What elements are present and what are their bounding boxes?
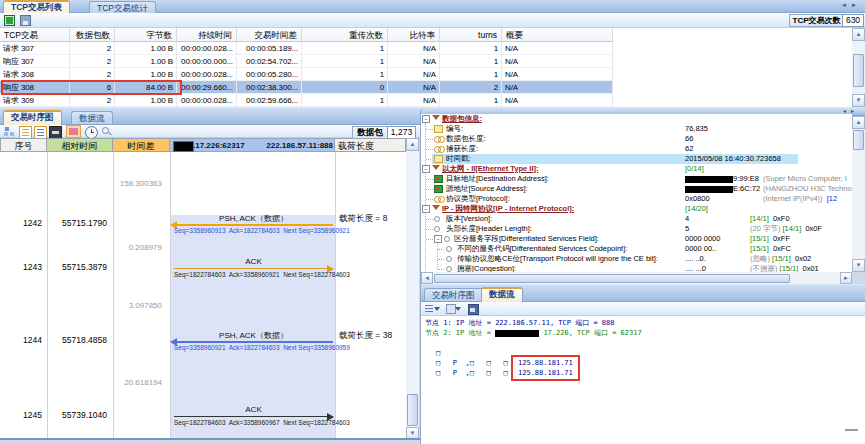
save-icon[interactable] — [20, 15, 31, 26]
scroll-up-icon[interactable]: ▲ — [852, 28, 865, 41]
tree-row[interactable]: 源地址[Source Address]: E:6C:72 (HANGZHOU H… — [421, 184, 852, 194]
tab-transaction-sequence[interactable]: 交易时序图 — [3, 110, 62, 125]
col-header-transaction-time-diff[interactable]: 交易时间差 — [237, 28, 302, 42]
col-header-turns[interactable]: turns — [440, 28, 502, 42]
flow-save-icon[interactable] — [467, 303, 480, 316]
scroll-left-icon[interactable]: ◄ — [421, 272, 433, 284]
flow-options-icon[interactable] — [424, 303, 441, 316]
tree-row[interactable]: 版本[Version]: 4 [14/1] 0xF0 — [421, 214, 852, 224]
flow-format-icon[interactable] — [445, 303, 462, 316]
scroll-down-icon[interactable]: ▼ — [852, 259, 865, 272]
left-endpoint-label: .17.226:62317 — [193, 141, 245, 150]
scroll-down-icon[interactable]: ▼ — [852, 94, 865, 107]
cell: 00:00:00.000... — [177, 55, 237, 68]
tree-row-highlighted[interactable]: 时间戳: 2015/05/08 16:40:30.723658 — [421, 154, 852, 164]
tree-row[interactable]: 目标地址[Destination Address]: 9:99:E8 (Supe… — [421, 174, 852, 184]
col-header-bytes[interactable]: 字节数 — [115, 28, 177, 42]
tree-value: 62 — [685, 144, 693, 154]
scroll-up-icon[interactable]: ▲ — [852, 116, 865, 129]
tree-row[interactable]: - IP - 因特网协议[IP - Internet Protocol]: [1… — [421, 204, 852, 214]
packet-rel-time: 55739.1040 — [47, 410, 107, 420]
tree-value: [14/20] — [685, 204, 708, 214]
tree-value: [0/14] — [685, 164, 704, 174]
tree-label: 拥塞[Congestion]: — [457, 264, 516, 272]
col-header-summary[interactable]: 概要 — [502, 28, 613, 42]
tab-scroll-right-icon[interactable]: ► — [851, 2, 857, 8]
time-gap: 3.097850 — [90, 301, 162, 310]
packet-flags: ACK — [174, 257, 333, 266]
cell: 1 — [302, 55, 388, 68]
packet-flags: ACK — [174, 405, 333, 414]
tree-row[interactable]: 捕获长度: 62 — [421, 144, 852, 154]
packet-seq-info: Seq=1822784603 Ack=3358960921 Next Seq=1… — [174, 271, 333, 280]
collapse-icon[interactable]: - — [422, 165, 430, 173]
cell: 1 — [440, 55, 502, 68]
tree-label: 目标地址[Destination Address]: — [446, 174, 549, 184]
cell: N/A — [502, 94, 613, 107]
export-table-icon[interactable] — [4, 15, 15, 26]
col-header-packet-count[interactable]: 数据包数 — [70, 28, 115, 42]
packet-no: 1245 — [0, 410, 42, 420]
cell: N/A — [388, 81, 440, 94]
cell: 00:00:05.280... — [237, 68, 302, 81]
col-header-retransmissions[interactable]: 重传次数 — [302, 28, 388, 42]
tree-row[interactable]: - 区分服务字段[Differentiated Services Field]:… — [421, 234, 852, 244]
packet-rel-time: 55715.3879 — [47, 262, 107, 272]
tree-row[interactable]: 头部长度[Header Length]: 5 (20 字节) [14/1] 0x… — [421, 224, 852, 234]
flow-toolbar — [421, 302, 865, 316]
ip-annotation-box — [511, 355, 580, 381]
scrollbar-thumb[interactable] — [434, 274, 790, 283]
cell: 2 — [70, 42, 115, 55]
col-header-duration[interactable]: 持续时间 — [177, 28, 237, 42]
cell: 1 — [302, 68, 388, 81]
flow-node2: 节点 2: IP 地址 = 17.226, TCP 端口 = 62317 — [425, 328, 642, 338]
collapse-icon[interactable]: - — [434, 235, 442, 243]
cell: 1.00 B — [115, 42, 177, 55]
tree-row[interactable]: 传输协议忽略CE位[Transport Protocol will ignore… — [421, 254, 852, 264]
tree-row[interactable]: - 以太网 - II[Ethernet Type II]: [0/14] — [421, 164, 852, 174]
scroll-up-icon[interactable]: ▲ — [406, 138, 419, 151]
tree-value: 0000 0000 — [685, 234, 720, 244]
packet-arrow-right — [174, 268, 333, 269]
tab-data-flow-2[interactable]: 数据流 — [481, 287, 523, 302]
scrollbar-thumb[interactable] — [853, 54, 864, 87]
collapse-icon[interactable]: - — [422, 205, 430, 213]
table-row[interactable]: 请求 30921.00 B00:00:00.028...00:02:59.666… — [0, 94, 613, 107]
table-row[interactable]: 请求 30721.00 B00:00:00.028...00:00:05.189… — [0, 42, 613, 55]
table-row[interactable]: 响应 30721.00 B00:00:00.000...00:02:54.702… — [0, 55, 613, 68]
tree-row[interactable]: - 数据包信息: — [421, 114, 852, 124]
tree-row[interactable]: 协议类型[Protocol]: 0x0800 (Internet IP(IPv4… — [421, 194, 852, 204]
tree-label: 数据包长度: — [446, 134, 486, 144]
packet-arrow-left — [174, 224, 333, 226]
col-header-bitrate[interactable]: 比特率 — [388, 28, 440, 42]
tree-row[interactable]: 编号: 76,835 — [421, 124, 852, 134]
tree-value: 4 — [685, 214, 689, 224]
relative-time-icon-selected[interactable] — [66, 125, 81, 138]
tab-transaction-sequence-2[interactable]: 交易时序图 — [424, 288, 483, 301]
cell: N/A — [502, 42, 613, 55]
scrollbar-thumb[interactable] — [407, 394, 418, 426]
tab-data-flow[interactable]: 数据流 — [71, 111, 113, 124]
tree-row[interactable]: 不同的服务代码[Differentiated Services Codepoin… — [421, 244, 852, 254]
cell: 1.00 B — [115, 94, 177, 107]
cell: 请求 309 — [0, 94, 70, 107]
cell: 0 — [302, 81, 388, 94]
packet-seq-info: Seq=1822784603 Ack=3358960967 Next Seq=1… — [174, 419, 333, 428]
cell: N/A — [388, 42, 440, 55]
packet-seq-info: Seq=3358960913 Ack=1822784603 Next Seq=3… — [174, 227, 333, 236]
resize-grip — [845, 429, 858, 431]
tree-row[interactable]: 拥塞[Congestion]: .... ...0 (不拥塞) [15/1] 0… — [421, 264, 852, 272]
scroll-right-icon[interactable]: ► — [840, 272, 852, 284]
cell: 00:00:00.028... — [177, 94, 237, 107]
collapse-icon[interactable]: - — [422, 115, 430, 123]
tree-label: 传输协议忽略CE位[Transport Protocol will ignore… — [457, 254, 658, 264]
col-header-tcp-transaction[interactable]: TCP交易 — [0, 28, 70, 42]
tree-label: IP - 因特网协议[IP - Internet Protocol]: — [442, 204, 574, 214]
packet-arrow-right — [174, 416, 333, 417]
tree-value: 76,835 — [685, 124, 708, 134]
cell: 00:00:00.028... — [177, 42, 237, 55]
tab-scroll-left-icon[interactable]: ◄ — [841, 2, 847, 8]
cell: N/A — [502, 81, 613, 94]
tree-row[interactable]: 数据包长度: 66 — [421, 134, 852, 144]
scrollbar-thumb[interactable] — [853, 130, 864, 150]
